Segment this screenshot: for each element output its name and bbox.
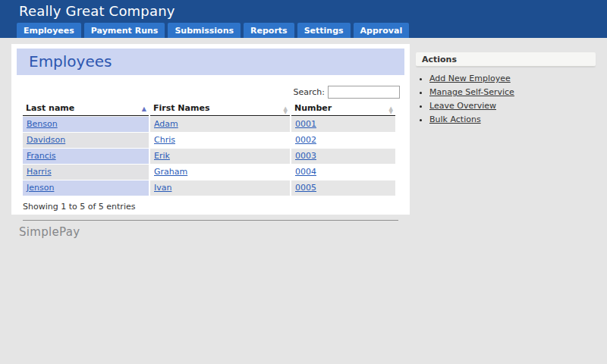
simplepay-logo: SimplePay [19,225,80,239]
employee-last-name-link[interactable]: Davidson [27,135,65,145]
employee-first-name-link[interactable]: Graham [154,167,187,177]
actions-panel-title: Actions [416,52,596,67]
search-label: Search: [294,87,326,97]
tab-employees[interactable]: Employees [17,23,81,38]
action-leave-overview[interactable]: Leave Overview [429,101,496,111]
app-header: Really Great Company Employees Payment R… [0,0,607,38]
employee-number-link[interactable]: 0005 [295,183,316,193]
table-row: Benson Adam 0001 [23,117,395,132]
search-input[interactable] [328,86,400,99]
sort-both-icon: ▲▼ [389,102,393,114]
actions-panel: Actions Add New Employee Manage Self-Ser… [416,52,596,128]
employee-first-name-link[interactable]: Adam [154,119,178,129]
employee-last-name-link[interactable]: Harris [27,167,52,177]
employee-first-name-link[interactable]: Chris [154,135,175,145]
table-header-row: Last name ▲ First Names ▲▼ Number ▲▼ [23,102,395,116]
action-bulk-actions[interactable]: Bulk Actions [429,115,481,124]
table-search: Search: [11,86,400,99]
tab-approval[interactable]: Approval [354,23,410,38]
employee-last-name-link[interactable]: Benson [27,119,58,129]
actions-list: Add New Employee Manage Self-Service Lea… [416,74,596,124]
card-divider [23,220,398,221]
table-row: Davidson Chris 0002 [23,133,395,148]
main-nav: Employees Payment Runs Submissions Repor… [17,23,412,38]
list-item: Bulk Actions [429,115,596,124]
list-item: Add New Employee [429,74,596,83]
employee-last-name-link[interactable]: Jenson [27,183,54,193]
employee-last-name-link[interactable]: Francis [27,151,56,161]
column-header-last-name[interactable]: Last name ▲ [23,102,149,116]
table-row: Francis Erik 0003 [23,149,395,164]
tab-reports[interactable]: Reports [244,23,294,38]
sort-asc-icon: ▲ [142,103,146,113]
employee-number-link[interactable]: 0001 [295,119,316,129]
employees-panel: Employees Search: Last name ▲ First Name… [11,44,410,215]
employees-table: Last name ▲ First Names ▲▼ Number ▲▼ Ben… [21,101,397,196]
action-add-new-employee[interactable]: Add New Employee [429,74,511,83]
tab-submissions[interactable]: Submissions [168,23,241,38]
action-manage-self-service[interactable]: Manage Self-Service [429,87,514,97]
tab-payment-runs[interactable]: Payment Runs [84,23,165,38]
employee-number-link[interactable]: 0003 [295,151,316,161]
employee-number-link[interactable]: 0004 [295,167,316,177]
tab-settings[interactable]: Settings [297,23,351,38]
column-header-number[interactable]: Number ▲▼ [291,102,395,116]
list-item: Manage Self-Service [429,87,596,97]
column-header-first-names[interactable]: First Names ▲▼ [150,102,290,116]
table-entries-summary: Showing 1 to 5 of 5 entries [23,202,410,212]
page-title: Employees [17,49,404,75]
list-item: Leave Overview [429,101,596,111]
company-title: Really Great Company [19,3,175,19]
employee-first-name-link[interactable]: Erik [154,151,170,161]
employee-number-link[interactable]: 0002 [295,135,316,145]
employee-first-name-link[interactable]: Ivan [154,183,171,193]
table-row: Harris Graham 0004 [23,165,395,180]
sort-both-icon: ▲▼ [284,102,288,114]
page-title-band: Employees [17,49,404,75]
table-row: Jenson Ivan 0005 [23,180,395,196]
